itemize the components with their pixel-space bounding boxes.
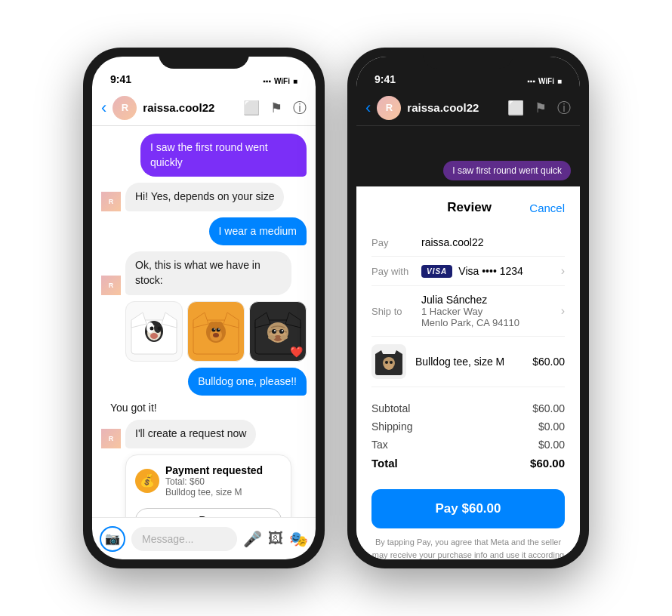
pay-big-button[interactable]: Pay $60.00 (371, 489, 565, 528)
totals-section: Subtotal $60.00 Shipping $0.00 Tax $0.00… (371, 393, 565, 479)
notch (159, 48, 249, 69)
text-yougotit: You got it! (104, 402, 157, 414)
review-row-product: Bulldog tee, size M $60.00 (371, 337, 565, 387)
payment-title: Payment requested (165, 464, 263, 476)
pay-with-chevron[interactable]: › (561, 264, 565, 278)
scene: 9:41 ▪▪▪ WiFi ■ ‹ R raissa.cool22 ⬜ ⚑ ⓘ (0, 0, 672, 616)
video-icon-2[interactable]: ⬜ (507, 100, 524, 116)
flag-icon[interactable]: ⚑ (270, 100, 282, 116)
message-row-3: I wear a medium (101, 217, 307, 246)
total-label: Total (371, 457, 398, 470)
mini-bubble: I saw first round went quick (443, 161, 571, 180)
review-panel: Review Cancel Pay raissa.cool22 Pay with… (356, 186, 580, 559)
pay-with-value: VISA Visa •••• 1234 (421, 265, 553, 278)
bubble-3: I wear a medium (209, 217, 307, 246)
tax-val: $0.00 (538, 439, 565, 451)
phone-1-screen: 9:41 ▪▪▪ WiFi ■ ‹ R raissa.cool22 ⬜ ⚑ ⓘ (92, 57, 316, 559)
photo-icon[interactable]: 🖼 (268, 530, 283, 547)
nav-avatar-1: R (113, 96, 137, 120)
subtotal-label: Subtotal (371, 402, 410, 414)
status-time-2: 9:41 (375, 73, 396, 85)
subtotal-row: Subtotal $60.00 (371, 399, 565, 417)
payment-card-header: 💰 Payment requested Total: $60 Bulldog t… (135, 464, 282, 497)
ship-address: Julia Sánchez 1 Hacker Way Menlo Park, C… (421, 294, 553, 328)
svg-point-20 (218, 328, 220, 330)
pay-button-1[interactable]: Pay (135, 508, 282, 517)
ship-addr1: 1 Hacker Way (421, 306, 553, 317)
signal-icon: ▪▪▪ (263, 77, 271, 85)
ship-addr2: Menlo Park, CA 94110 (421, 317, 553, 328)
nav-name-2: raissa.cool22 (407, 101, 501, 114)
svg-point-9 (150, 333, 158, 339)
subtotal-val: $60.00 (532, 402, 565, 414)
tshirt-item-2[interactable] (187, 301, 245, 362)
wifi-icon: WiFi (274, 77, 290, 85)
payment-info: Payment requested Total: $60 Bulldog tee… (165, 464, 263, 497)
bubble-1: I saw the first round went quickly (140, 134, 307, 177)
message-row-1: I saw the first round went quickly (101, 134, 307, 177)
shipping-val: $0.00 (538, 420, 565, 433)
review-row-paywith: Pay with VISA Visa •••• 1234 › (371, 257, 565, 286)
svg-point-40 (390, 361, 393, 364)
flag-icon-2[interactable]: ⚑ (535, 100, 547, 116)
message-row-6: Bulldog one, please!! (101, 368, 307, 396)
mic-icon[interactable]: 🎤 (243, 530, 262, 548)
info-icon[interactable]: ⓘ (293, 99, 307, 117)
svg-point-18 (217, 328, 220, 331)
product-image (371, 344, 406, 379)
ship-to-label: Ship to (371, 306, 414, 317)
svg-point-39 (385, 361, 388, 364)
phone-2-screen: 9:41 ▪▪▪ WiFi ■ ‹ R raissa.cool22 ⬜ ⚑ ⓘ (356, 57, 580, 559)
nav-bar-2: ‹ R raissa.cool22 ⬜ ⚑ ⓘ (356, 90, 580, 126)
signal-icon-2: ▪▪▪ (527, 77, 535, 85)
payment-total: Total: $60 (165, 476, 263, 487)
message-row-4: R Ok, this is what we have in stock: (101, 251, 307, 294)
sticker-icon[interactable]: 🎭 (289, 530, 308, 548)
pay-label: Pay (371, 237, 414, 248)
disclaimer: By tapping Pay, you agree that Meta and … (371, 536, 565, 559)
camera-button[interactable]: 📷 (100, 526, 125, 552)
tshirt-item-3[interactable] (249, 301, 307, 362)
nav-name-1: raissa.cool22 (143, 101, 237, 114)
svg-point-19 (214, 328, 215, 330)
svg-point-28 (279, 329, 284, 334)
disclaimer-text: By tapping Pay, you agree that Meta and … (371, 537, 565, 559)
payment-icon: 💰 (135, 469, 159, 493)
tshirt-item-1[interactable] (125, 301, 183, 362)
video-icon[interactable]: ⬜ (243, 100, 260, 116)
cancel-button[interactable]: Cancel (529, 202, 565, 214)
pay-value: raissa.cool22 (421, 236, 565, 248)
svg-point-32 (268, 335, 276, 340)
svg-point-29 (274, 330, 276, 331)
svg-point-17 (212, 328, 216, 331)
status-icons-1: ▪▪▪ WiFi ■ (263, 77, 297, 85)
msg-avatar-2: R (101, 192, 121, 211)
product-price: $60.00 (532, 356, 565, 368)
back-button-1[interactable]: ‹ (101, 98, 106, 118)
svg-point-30 (282, 330, 283, 331)
bubble-6: Bulldog one, please!! (188, 368, 307, 396)
battery-icon: ■ (293, 77, 297, 85)
message-row-2: R Hi! Yes, depends on your size (101, 183, 307, 211)
tax-label: Tax (371, 439, 388, 451)
tax-row: Tax $0.00 (371, 436, 565, 454)
bubble-2: Hi! Yes, depends on your size (125, 183, 284, 211)
msg-avatar-4: R (101, 276, 121, 295)
nav-icons-1: ⬜ ⚑ ⓘ (243, 99, 307, 117)
message-input[interactable]: Message... (131, 527, 237, 551)
total-val: $60.00 (530, 457, 565, 470)
payment-card: 💰 Payment requested Total: $60 Bulldog t… (125, 454, 291, 517)
message-row-7: You got it! (101, 402, 307, 414)
tshirt-row (125, 301, 307, 362)
phone-1: 9:41 ▪▪▪ WiFi ■ ‹ R raissa.cool22 ⬜ ⚑ ⓘ (83, 48, 325, 568)
wifi-icon-2: WiFi (538, 77, 554, 85)
review-row-shipto: Ship to Julia Sánchez 1 Hacker Way Menlo… (371, 286, 565, 337)
review-title: Review (409, 200, 529, 215)
svg-point-8 (158, 326, 162, 330)
info-icon-2[interactable]: ⓘ (557, 99, 571, 117)
review-row-pay: Pay raissa.cool22 (371, 229, 565, 257)
back-button-2[interactable]: ‹ (365, 98, 371, 118)
svg-point-21 (213, 333, 219, 337)
ship-chevron[interactable]: › (561, 304, 565, 318)
bubble-4: Ok, this is what we have in stock: (125, 251, 291, 294)
